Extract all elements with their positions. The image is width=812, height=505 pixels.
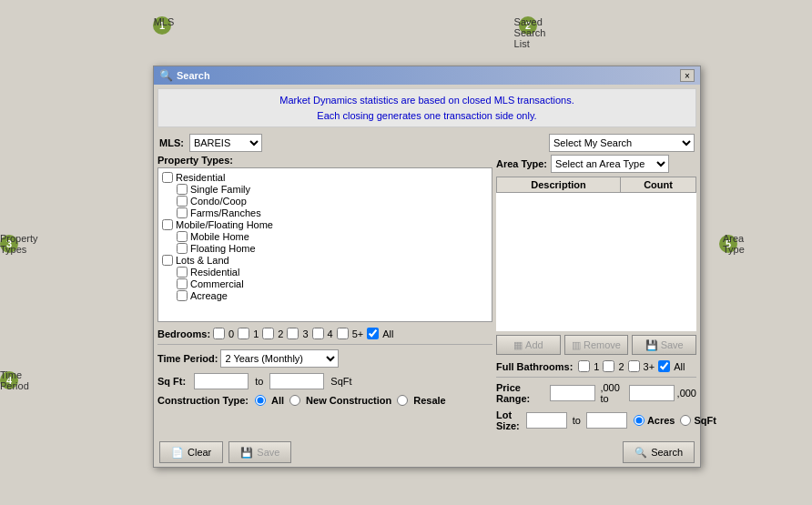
saved-search-select[interactable]: Select My Search xyxy=(549,134,695,152)
checkbox-bed-1[interactable] xyxy=(238,328,249,339)
full-bathrooms-row: Full Bathrooms: 1 2 3+ All xyxy=(496,358,696,375)
radio-resale[interactable] xyxy=(397,395,408,406)
acres-label: Acres xyxy=(647,415,675,426)
clear-icon: 📄 xyxy=(171,447,184,459)
annotation-mls-label: MLS xyxy=(154,16,175,27)
price-from-input[interactable] xyxy=(550,385,595,401)
bedrooms-row: Bedrooms: 0 1 2 3 4 5+ All xyxy=(157,325,492,342)
bathrooms-all-label: All xyxy=(674,361,685,372)
checkbox-bath-3plus[interactable] xyxy=(628,360,640,372)
search-button[interactable]: 🔍 Search xyxy=(623,441,695,463)
list-item: Condo/Coop xyxy=(162,196,488,207)
item-label: Floating Home xyxy=(190,243,256,254)
annotation-saved-label: Saved Search List xyxy=(514,16,546,49)
checkbox-lots[interactable] xyxy=(162,255,173,266)
full-bathrooms-label: Full Bathrooms: xyxy=(496,361,573,372)
titlebar-left: 🔍 Search xyxy=(159,69,210,82)
radio-all[interactable] xyxy=(255,395,266,406)
add-icon: ▦ xyxy=(513,339,523,351)
annotation-property-types: Property Types 3 xyxy=(0,235,22,253)
area-table: Description Count xyxy=(496,177,696,331)
main-area: Property Types: Residential Single Famil… xyxy=(154,155,700,438)
list-item: Farms/Ranches xyxy=(162,207,488,218)
dialog-titlebar: 🔍 Search × xyxy=(154,66,700,85)
checkbox-lots-residential[interactable] xyxy=(177,267,188,278)
checkbox-bed-3[interactable] xyxy=(287,328,299,339)
checkbox-mobile-home[interactable] xyxy=(177,231,188,242)
item-label: Farms/Ranches xyxy=(190,207,261,218)
checkbox-bed-0[interactable] xyxy=(213,328,225,339)
item-label: Acreage xyxy=(190,290,228,301)
remove-button[interactable]: ▥ Remove xyxy=(564,335,629,355)
bedrooms-label: Bedrooms: xyxy=(157,328,210,339)
checkbox-bath-1[interactable] xyxy=(578,360,590,372)
checkbox-farms[interactable] xyxy=(177,207,188,218)
time-period-row: Time Period: 2 Years (Monthly) 1 Year (M… xyxy=(157,347,492,370)
price-range-label: Price Range: xyxy=(496,382,543,404)
sqft-from-input[interactable] xyxy=(194,373,249,389)
radio-new-construction[interactable] xyxy=(289,395,300,406)
search-dialog: 🔍 Search × Market Dynamics statistics ar… xyxy=(153,66,701,468)
item-label: Residential xyxy=(190,267,239,278)
time-period-select[interactable]: 2 Years (Monthly) 1 Year (Monthly) 6 Mon… xyxy=(220,349,339,368)
list-item: Floating Home xyxy=(162,243,488,254)
close-button[interactable]: × xyxy=(680,69,695,82)
checkbox-bed-4[interactable] xyxy=(312,328,324,339)
sqft-row: Sq Ft: to SqFt xyxy=(157,370,492,392)
count-header: Count xyxy=(621,177,696,193)
area-type-select[interactable]: Select an Area Type xyxy=(551,155,669,173)
sqft-to-input[interactable] xyxy=(269,373,324,389)
checkbox-mobile[interactable] xyxy=(162,219,173,230)
price-separator: ,000 to xyxy=(600,382,624,404)
time-period-label: Time Period: xyxy=(157,353,218,364)
checkbox-single-family[interactable] xyxy=(177,184,188,195)
checkbox-bed-5plus[interactable] xyxy=(337,328,349,339)
checkbox-bath-2[interactable] xyxy=(603,360,614,372)
checkbox-condo[interactable] xyxy=(177,196,188,207)
item-label: Single Family xyxy=(190,184,250,195)
property-types-title: Property Types: xyxy=(157,155,492,166)
list-item: Acreage xyxy=(162,290,488,301)
area-type-label: Area Type: xyxy=(496,158,547,169)
construction-type-radios: All New Construction Resale xyxy=(255,395,446,406)
property-list-container[interactable]: Residential Single Family Condo/Coop Far… xyxy=(157,167,492,322)
checkbox-residential[interactable] xyxy=(162,172,173,183)
right-panel: Area Type: Select an Area Type Descripti… xyxy=(496,155,696,434)
lot-size-label: Lot Size: xyxy=(496,409,520,431)
item-label: Mobile Home xyxy=(190,231,249,242)
construction-type-label: Construction Type: xyxy=(157,395,249,406)
left-buttons: 📄 Clear 💾 Save xyxy=(159,441,291,463)
mls-label: MLS: xyxy=(159,137,184,148)
annotation-area-type: 5 Area Type xyxy=(719,235,741,253)
price-suffix: ,000 xyxy=(677,388,696,399)
bottom-row: 📄 Clear 💾 Save 🔍 Search xyxy=(154,438,700,467)
sqft-to-label: to xyxy=(255,376,263,387)
radio-sqft[interactable] xyxy=(680,415,691,426)
checkbox-floating-home[interactable] xyxy=(177,243,188,254)
checkbox-bed-2[interactable] xyxy=(262,328,274,339)
area-save-button[interactable]: 💾 Save xyxy=(632,335,696,355)
list-item: Commercial xyxy=(162,278,488,289)
clear-button[interactable]: 📄 Clear xyxy=(159,441,223,463)
annotation-time-period: Time Period 4 xyxy=(0,371,22,389)
property-list-wrapper: Residential Single Family Condo/Coop Far… xyxy=(157,167,492,322)
item-label: Residential xyxy=(176,172,225,183)
mls-row: MLS: BAREIS Select My Search xyxy=(154,131,700,155)
save-icon: 💾 xyxy=(645,339,658,351)
lot-from-input[interactable] xyxy=(526,412,567,429)
checkbox-bed-all[interactable] xyxy=(367,328,379,339)
checkbox-acreage[interactable] xyxy=(177,290,188,301)
mls-select[interactable]: BAREIS xyxy=(189,134,262,152)
lot-to-input[interactable] xyxy=(586,412,627,429)
checkbox-commercial[interactable] xyxy=(177,278,188,289)
annotation-mls: MLS 1 xyxy=(153,16,175,35)
construction-type-row: Construction Type: All New Construction … xyxy=(157,392,492,409)
price-to-input[interactable] xyxy=(629,385,675,401)
add-button[interactable]: ▦ Add xyxy=(496,335,561,355)
checkbox-bath-all[interactable] xyxy=(658,360,670,372)
radio-acres[interactable] xyxy=(634,415,645,426)
save-button[interactable]: 💾 Save xyxy=(228,441,291,463)
info-line2: Each closing generates one transaction s… xyxy=(166,108,688,124)
price-range-row: Price Range: ,000 to ,000 xyxy=(496,379,696,407)
item-label: Mobile/Floating Home xyxy=(176,219,273,230)
